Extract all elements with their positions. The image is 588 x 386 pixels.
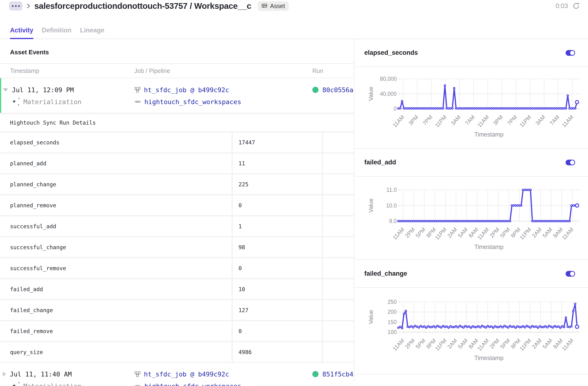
tab-bar: Activity Definition Lineage <box>0 27 588 39</box>
x-tick-label: 5PM <box>414 226 426 239</box>
detail-key: planned_remove <box>0 195 231 215</box>
column-header-run: Run <box>308 67 354 74</box>
detail-row: elapsed_seconds17447 <box>0 132 354 152</box>
detail-key: successful_add <box>0 216 231 236</box>
sync-run-details-title: Hightouch Sync Run Details <box>0 114 354 131</box>
chart-title: failed_add <box>364 159 396 166</box>
run-id-link[interactable]: 80c0556a <box>322 86 353 94</box>
overflow-menu-button[interactable] <box>9 1 22 10</box>
detail-row: planned_add11 <box>0 153 354 173</box>
event-type-label: Materialization <box>23 98 82 106</box>
detail-empty-cell <box>323 216 354 236</box>
job-link[interactable]: ht_sfdc_job @ b499c92c <box>144 370 229 378</box>
pipeline-link[interactable]: hightouch_sfdc_workspaces <box>144 98 241 106</box>
event-row-materialization-1140[interactable]: Jul 11, 11:40 AM ✦✦✦ Materialization <box>0 363 354 386</box>
detail-value: 0 <box>233 195 322 215</box>
dots-icon <box>12 5 14 7</box>
tab-lineage[interactable]: Lineage <box>80 27 104 39</box>
event-row-materialization-1209[interactable]: Jul 11, 12:09 PM ✦✦✦ Materialization <box>0 78 354 113</box>
x-tick-label: 3AM <box>534 114 546 127</box>
x-tick-label: 5PM <box>499 226 511 239</box>
y-tick-label: 100 <box>388 329 397 335</box>
detail-key: planned_change <box>0 174 231 194</box>
column-header-job-pipeline: Job / Pipeline <box>127 67 308 74</box>
detail-key: successful_change <box>0 237 231 257</box>
chart-toggle[interactable] <box>566 271 575 277</box>
detail-row: query_size4986 <box>0 342 354 362</box>
y-tick-label: 80,000 <box>380 76 397 82</box>
detail-value: 98 <box>233 237 322 257</box>
x-tick-label: 11AM <box>391 114 405 129</box>
pipeline-link[interactable]: hightouch_sfdc_workspaces <box>144 383 241 386</box>
materialization-sparkle-icon: ✦✦✦ <box>12 96 21 107</box>
detail-empty-cell <box>323 237 354 257</box>
refresh-timer: 0:03 <box>555 2 568 10</box>
run-status-dot <box>312 371 318 377</box>
x-tick-label: 11AM <box>476 226 490 241</box>
collapse-row-icon[interactable] <box>3 88 8 91</box>
detail-empty-cell <box>323 195 354 215</box>
x-tick-label: 11PM <box>434 337 448 352</box>
chart-title: failed_change <box>364 270 407 277</box>
expand-row-icon[interactable] <box>3 371 6 377</box>
x-tick-label: 7PM <box>506 114 518 127</box>
detail-key: failed_add <box>0 279 231 299</box>
sync-run-details: Hightouch Sync Run Details elapsed_secon… <box>0 113 354 363</box>
detail-value: 0 <box>233 321 322 341</box>
detail-row: successful_add1 <box>0 216 354 236</box>
pipeline-link-icon <box>134 384 141 386</box>
asset-events-heading: Asset Events <box>0 39 354 63</box>
metric-charts-panel: elapsed_seconds 11AM3PM7PM11PM3AM7AM11AM… <box>354 39 588 382</box>
x-axis-title: Timestamp <box>474 131 504 138</box>
event-type-label: Materialization <box>23 383 82 386</box>
detail-key: failed_change <box>0 300 231 320</box>
x-tick-label: 11AM <box>476 337 490 352</box>
top-bar: salesforceproductiondonottouch-53757 / W… <box>0 0 588 11</box>
x-tick-label: 11PM <box>434 114 448 129</box>
tab-activity[interactable]: Activity <box>10 27 33 39</box>
tab-definition[interactable]: Definition <box>42 27 71 39</box>
x-tick-label: 11AM <box>561 114 574 129</box>
chart-card-elapsed-seconds: elapsed_seconds 11AM3PM7PM11PM3AM7AM11AM… <box>354 39 588 149</box>
x-axis-title: Timestamp <box>474 243 504 250</box>
detail-empty-cell <box>323 300 354 320</box>
main-content: Asset Events Timestamp Job / Pipeline Ru… <box>0 39 588 382</box>
x-tick-label: 2PM <box>488 337 501 350</box>
run-id-link[interactable]: 851f5cb4 <box>322 370 353 378</box>
detail-key: planned_add <box>0 153 231 173</box>
y-axis-title: Value <box>368 310 374 324</box>
pipeline-link-icon <box>134 100 141 104</box>
y-tick-label: 10.0 <box>386 203 397 209</box>
chart-card-failed-change: failed_change 11AM2PM5PM8PM11PM2AM5AM8AM… <box>354 260 588 374</box>
detail-empty-cell <box>323 153 354 173</box>
x-tick-label: 5PM <box>499 337 511 350</box>
y-tick-label: 9.0 <box>389 218 397 224</box>
x-tick-label: 11AM <box>391 226 405 241</box>
detail-value: 10 <box>233 279 322 299</box>
x-tick-label: 5AM <box>541 226 553 239</box>
detail-empty-cell <box>323 174 354 194</box>
detail-value: 127 <box>233 300 322 320</box>
detail-row: planned_remove0 <box>0 195 354 215</box>
job-link[interactable]: ht_sfdc_job @ b499c92c <box>144 86 229 94</box>
detail-row: successful_remove0 <box>0 258 354 278</box>
detail-value: 0 <box>233 258 322 278</box>
asset-table-icon <box>261 3 268 9</box>
y-axis-title: Value <box>368 87 374 101</box>
y-tick-label: 11.0 <box>386 187 397 193</box>
x-tick-label: 3AM <box>450 114 462 127</box>
detail-key: failed_remove <box>0 321 231 341</box>
events-table-header: Timestamp Job / Pipeline Run <box>0 63 354 78</box>
y-axis-title: Value <box>368 198 374 213</box>
x-tick-label: 2PM <box>404 337 416 350</box>
refresh-icon[interactable] <box>572 2 580 10</box>
chart-toggle[interactable] <box>566 160 575 165</box>
x-tick-label: 11PM <box>434 226 448 241</box>
y-tick-label: 200 <box>388 309 397 315</box>
x-tick-label: 3PM <box>407 114 420 127</box>
asset-events-panel: Asset Events Timestamp Job / Pipeline Ru… <box>0 39 354 382</box>
detail-row: planned_change225 <box>0 174 354 194</box>
x-tick-label: 5AM <box>541 337 553 350</box>
event-timestamp: Jul 11, 11:40 AM <box>10 370 72 378</box>
chart-toggle[interactable] <box>566 50 575 56</box>
